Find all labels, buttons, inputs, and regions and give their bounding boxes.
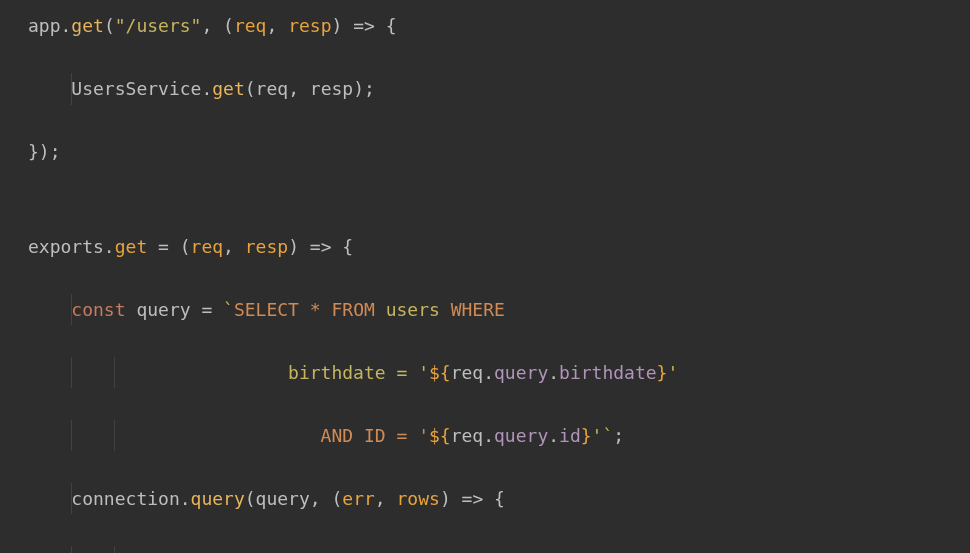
token-arrow: => [353, 15, 375, 36]
token-var: req [256, 78, 289, 99]
token-brace: { [332, 236, 354, 257]
token-interp: ${ [429, 425, 451, 446]
token-arrow: => [310, 236, 332, 257]
token-brace: { [483, 488, 505, 509]
token-punc: , ( [201, 15, 234, 36]
token-string: "/users" [115, 15, 202, 36]
token-sql: ' [592, 425, 603, 446]
token-punc: , [288, 78, 310, 99]
code-line: UsersService.get(req, resp); [28, 73, 970, 105]
code-line: birthdate = '${req.query.birthdate}' [28, 357, 970, 389]
token-dot: . [548, 425, 559, 446]
token-dot: . [61, 15, 72, 36]
token-sql: AND ID = ' [321, 425, 429, 446]
token-arrow: => [462, 488, 484, 509]
code-line: }); [28, 136, 970, 168]
token-prop: birthdate [559, 362, 657, 383]
token-var: req [451, 425, 484, 446]
token-var: exports [28, 236, 104, 257]
token-punc: , [266, 15, 288, 36]
token-dot: . [483, 362, 494, 383]
code-line: AND ID = '${req.query.id}'`; [28, 420, 970, 452]
token-param: req [191, 236, 224, 257]
token-param: req [234, 15, 267, 36]
token-punc: , ( [310, 488, 343, 509]
token-method: get [71, 15, 104, 36]
token-sql-ident: users [386, 299, 440, 320]
token-punc: , [223, 236, 245, 257]
token-dot: . [104, 236, 115, 257]
token-method: get [212, 78, 245, 99]
token-interp: } [581, 425, 592, 446]
token-punc: = ( [147, 236, 190, 257]
token-prop: query [494, 362, 548, 383]
token-param: rows [397, 488, 440, 509]
token-dot: . [548, 362, 559, 383]
token-prop: get [115, 236, 148, 257]
token-paren: ( [245, 488, 256, 509]
token-punc: }); [28, 141, 61, 162]
token-dot: . [483, 425, 494, 446]
token-paren: ( [104, 15, 115, 36]
token-keyword: const [71, 299, 136, 320]
code-line: const query = `SELECT * FROM users WHERE [28, 294, 970, 326]
token-var: req [451, 362, 484, 383]
token-dot: . [201, 78, 212, 99]
token-var: query [256, 488, 310, 509]
token-backtick: ` [602, 425, 613, 446]
token-brace: { [375, 15, 397, 36]
code-line: app.get("/users", (req, resp) => { [28, 10, 970, 42]
token-punc: , [375, 488, 397, 509]
code-line: connection.query(query, (err, rows) => { [28, 483, 970, 515]
token-prop: query [494, 425, 548, 446]
token-var: connection [71, 488, 179, 509]
token-punc: ) [332, 15, 354, 36]
code-line: if(err) throw err; [28, 546, 970, 554]
token-class: UsersService [71, 78, 201, 99]
token-sql: WHERE [440, 299, 505, 320]
token-op: = [191, 299, 224, 320]
token-param: resp [288, 15, 331, 36]
token-sql: SELECT * FROM [234, 299, 386, 320]
token-var: app [28, 15, 61, 36]
token-prop: id [559, 425, 581, 446]
token-var: resp [310, 78, 353, 99]
token-semi: ; [613, 425, 624, 446]
token-sql: ' [667, 362, 678, 383]
token-var: query [136, 299, 190, 320]
token-param: err [342, 488, 375, 509]
token-backtick: ` [223, 299, 234, 320]
token-paren: ( [245, 78, 256, 99]
token-interp: } [657, 362, 668, 383]
token-interp: ${ [429, 362, 451, 383]
token-punc: ) [288, 236, 310, 257]
token-param: resp [245, 236, 288, 257]
token-punc: ); [353, 78, 375, 99]
token-method: query [191, 488, 245, 509]
token-punc: ) [440, 488, 462, 509]
token-sql: birthdate = ' [288, 362, 429, 383]
code-editor[interactable]: app.get("/users", (req, resp) => { Users… [28, 10, 970, 553]
code-line: exports.get = (req, resp) => { [28, 231, 970, 263]
token-dot: . [180, 488, 191, 509]
